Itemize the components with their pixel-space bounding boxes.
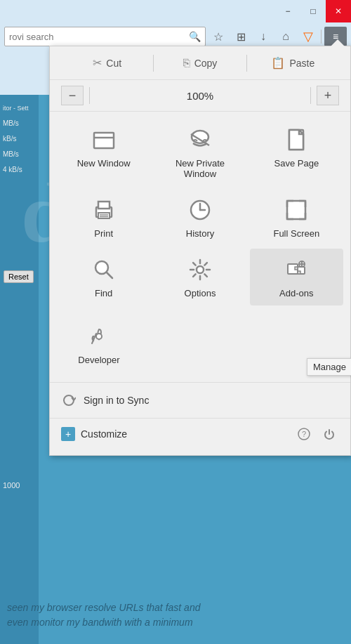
developer-row: Developer xyxy=(50,313,350,379)
save-page-icon xyxy=(282,126,310,154)
paste-button[interactable]: 📋 Paste xyxy=(247,53,339,72)
new-private-window-label: New PrivateWindow xyxy=(176,158,225,179)
svg-rect-0 xyxy=(94,133,114,148)
new-private-window-icon xyxy=(186,126,214,154)
developer-label: Developer xyxy=(78,355,119,365)
zoom-value: 100% xyxy=(95,90,305,102)
new-private-window-button[interactable]: New PrivateWindow xyxy=(153,119,246,186)
help-button[interactable]: ? xyxy=(294,424,314,444)
print-icon xyxy=(90,196,118,224)
svg-text:?: ? xyxy=(302,430,306,438)
new-window-icon xyxy=(90,126,118,154)
search-bar[interactable]: 🔍 xyxy=(4,27,206,46)
icons-grid: New Window New PrivateWindow xyxy=(50,112,350,313)
history-button[interactable]: History xyxy=(153,189,246,246)
svg-rect-13 xyxy=(287,201,305,219)
options-label: Options xyxy=(185,288,216,298)
find-label: Find xyxy=(95,288,112,298)
paste-icon: 📋 xyxy=(271,56,285,70)
side-label-monitor: itor - Sett xyxy=(3,102,29,116)
vlc-icon[interactable]: ▽ xyxy=(298,27,318,46)
customize-icon: + xyxy=(61,427,75,441)
svg-point-16 xyxy=(197,266,204,273)
add-ons-label: Add-ons xyxy=(279,288,313,298)
zoom-out-button[interactable]: − xyxy=(61,86,84,105)
svg-rect-7 xyxy=(98,213,110,218)
bg-text: seen my browser resolve URLs that fast a… xyxy=(7,600,344,630)
copy-icon: ⎘ xyxy=(183,57,190,70)
save-page-label: Save Page xyxy=(274,158,319,169)
new-window-label: New Window xyxy=(77,158,131,169)
options-button[interactable]: Options xyxy=(153,249,246,305)
options-icon xyxy=(186,256,214,284)
developer-button[interactable]: Developer xyxy=(57,315,141,372)
zoom-in-button[interactable]: + xyxy=(317,86,339,105)
list-icon[interactable]: ⊞ xyxy=(231,27,251,46)
svg-line-15 xyxy=(107,272,112,278)
new-window-button[interactable]: New Window xyxy=(57,119,150,186)
download-icon[interactable]: ↓ xyxy=(253,27,273,46)
cut-label: Cut xyxy=(106,58,121,69)
zoom-separator xyxy=(89,87,90,104)
zoom-separator-2 xyxy=(310,87,311,104)
find-icon xyxy=(90,256,118,284)
maximize-button[interactable]: □ xyxy=(300,0,326,22)
bookmark-icon[interactable]: ☆ xyxy=(208,27,228,46)
cut-button[interactable]: ✂ Cut xyxy=(61,53,153,72)
full-screen-label: Full Screen xyxy=(273,228,319,239)
menu-footer: + Customize ? xyxy=(50,418,350,449)
manage-tooltip: Manage xyxy=(307,358,351,376)
copy-button[interactable]: ⎘ Copy xyxy=(154,54,246,72)
reset-button[interactable]: Reset xyxy=(4,270,34,283)
bg-text-line2: even monitor my bandwith with a minimum xyxy=(7,615,344,630)
save-page-button[interactable]: Save Page xyxy=(250,119,343,186)
home-icon[interactable]: ⌂ xyxy=(276,27,296,46)
full-screen-button[interactable]: Full Screen xyxy=(250,189,343,246)
power-button[interactable] xyxy=(319,424,339,444)
find-button[interactable]: Find xyxy=(57,249,150,305)
sign-in-label: Sign in to Sync xyxy=(84,395,149,406)
side-label-mbs2: MB/s xyxy=(3,147,29,162)
copy-label: Copy xyxy=(194,58,218,69)
side-label-kbs1: kB/s xyxy=(3,131,29,147)
minimize-button[interactable]: − xyxy=(275,0,300,22)
side-label-mbs1: MB/s xyxy=(3,116,29,131)
edit-row: ✂ Cut ⎘ Copy 📋 Paste xyxy=(50,46,350,80)
paste-label: Paste xyxy=(289,58,314,69)
full-screen-icon xyxy=(282,196,310,224)
close-button[interactable]: ✕ xyxy=(326,0,351,22)
add-ons-button[interactable]: Add-ons xyxy=(250,249,343,305)
search-icon[interactable]: 🔍 xyxy=(189,31,201,42)
separator xyxy=(321,29,322,44)
side-value: 1000 xyxy=(3,481,20,489)
menu-divider-1 xyxy=(50,382,350,383)
sync-icon xyxy=(61,393,77,408)
cut-icon: ✂ xyxy=(93,56,102,70)
history-label: History xyxy=(186,228,214,239)
history-icon xyxy=(186,196,214,224)
bg-text-line1: seen my browser resolve URLs that fast a… xyxy=(7,600,344,615)
menu-arrow xyxy=(331,39,345,46)
title-bar: − □ ✕ xyxy=(0,0,351,22)
sign-in-button[interactable]: Sign in to Sync xyxy=(50,386,350,415)
add-ons-icon xyxy=(282,256,310,284)
svg-point-22 xyxy=(96,334,102,339)
zoom-row: − 100% + xyxy=(50,80,350,112)
dropdown-menu: ✂ Cut ⎘ Copy 📋 Paste − 100% + xyxy=(49,46,351,456)
developer-icon xyxy=(85,322,113,350)
customize-label: Customize xyxy=(81,428,289,440)
svg-rect-6 xyxy=(98,202,110,209)
search-input[interactable] xyxy=(9,32,189,42)
print-label: Print xyxy=(94,228,113,239)
print-button[interactable]: Print xyxy=(57,189,150,246)
